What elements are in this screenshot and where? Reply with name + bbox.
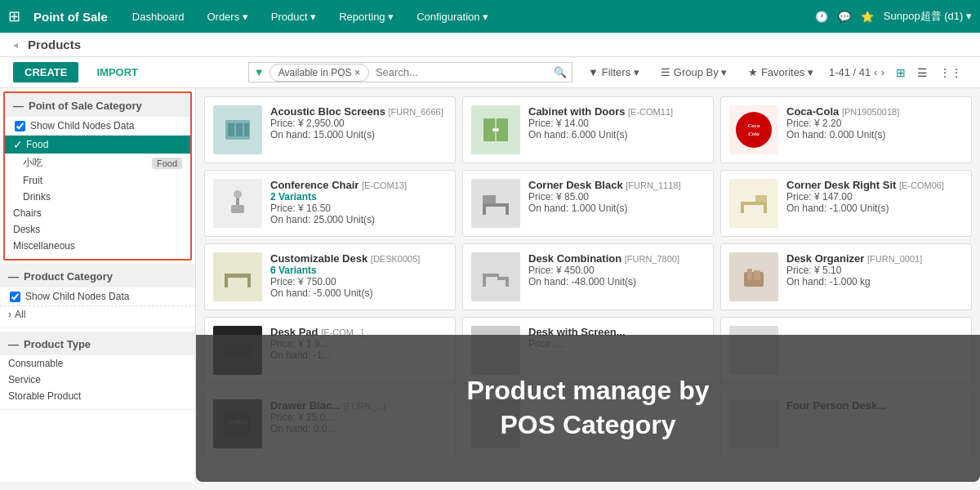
pagination: 1-41 / 41 ‹ ›	[829, 66, 884, 78]
view-icons: ⊞ ☰ ⋮⋮	[891, 63, 967, 82]
svg-rect-18	[741, 202, 767, 205]
product-card-corner-black[interactable]: Corner Desk Black [FURN_1118] Price: ¥ 8…	[462, 170, 714, 237]
grid-view-button[interactable]: ⋮⋮	[934, 63, 967, 82]
main-layout: — Point of Sale Category Show Child Node…	[0, 88, 980, 482]
product-card-corner-right[interactable]: Corner Desk Right Sit [E-COM06] Price: ¥…	[720, 170, 972, 237]
svg-rect-31	[754, 270, 760, 280]
product-category-all[interactable]: › All	[0, 306, 195, 323]
group-by-button[interactable]: ☰ Group By ▾	[652, 62, 737, 82]
pos-item-miscellaneous[interactable]: Miscellaneous	[5, 238, 190, 254]
product-card-customizable[interactable]: Customizable Desk [DESK0005] 6 Variants …	[204, 243, 456, 310]
svg-rect-2	[236, 123, 243, 136]
product-card-acoustic[interactable]: Acoustic Bloc Screens [FURN_6666] Price:…	[204, 96, 456, 163]
svg-rect-23	[225, 278, 228, 287]
action-bar: CREATE IMPORT ▼ Available in POS × 🔍 ▼ F…	[0, 57, 980, 88]
search-icon[interactable]: 🔍	[549, 63, 572, 82]
svg-rect-1	[228, 123, 234, 136]
svg-rect-28	[506, 280, 509, 287]
pos-item-drinks[interactable]: Drinks	[5, 189, 190, 205]
pos-category-header[interactable]: — Point of Sale Category	[5, 93, 190, 117]
product-info-customizable: Customizable Desk [DESK0005] 6 Variants …	[270, 252, 447, 299]
product-show-child-checkbox[interactable]	[10, 292, 20, 302]
product-card-cocacola[interactable]: CocaCola Coca-Cola [PN19050018] Price: ¥…	[720, 96, 972, 163]
product-card-desk-combo[interactable]: Desk Combination [FURN_7800] Price: ¥ 45…	[462, 243, 714, 310]
svg-rect-25	[483, 274, 499, 277]
available-pos-filter-tag[interactable]: Available in POS ×	[270, 64, 369, 82]
svg-rect-21	[755, 195, 767, 202]
pos-item-xiaochi[interactable]: 小吃 Food	[5, 154, 190, 172]
pos-item-food[interactable]: ✓ Food	[5, 136, 190, 154]
product-category-header[interactable]: — Product Category	[0, 264, 195, 287]
svg-rect-3	[244, 123, 249, 136]
svg-rect-17	[483, 195, 496, 203]
product-img-cocacola: CocaCola	[729, 105, 778, 154]
back-arrow[interactable]: ◂	[13, 39, 18, 51]
pos-category-section: — Point of Sale Category Show Child Node…	[3, 91, 192, 261]
pos-item-chairs[interactable]: Chairs	[5, 205, 190, 221]
product-card-desk-organizer[interactable]: Desk Organizer [FURN_0001] Price: ¥ 5.10…	[720, 243, 972, 310]
list-view-button[interactable]: ☰	[912, 63, 933, 82]
favorites-button[interactable]: ★ Favorites ▾	[739, 62, 822, 82]
svg-rect-14	[483, 203, 509, 207]
clock-icon[interactable]: 🕐	[815, 11, 828, 23]
product-info-desk-organizer: Desk Organizer [FURN_0001] Price: ¥ 5.10…	[786, 252, 963, 287]
pos-item-fruit[interactable]: Fruit	[5, 172, 190, 189]
product-type-consumable[interactable]: Consumable	[0, 355, 195, 372]
nav-product[interactable]: Product ▾	[266, 11, 321, 23]
svg-rect-20	[764, 205, 767, 213]
svg-rect-11	[231, 205, 244, 213]
product-info-acoustic: Acoustic Bloc Screens [FURN_6666] Price:…	[270, 105, 447, 140]
next-page-button[interactable]: ›	[881, 66, 884, 78]
product-img-desk-combo	[471, 252, 520, 301]
product-img-acoustic	[213, 105, 262, 154]
product-info-cabinet: Cabinet with Doors [E-COM11] Price: ¥ 14…	[528, 105, 705, 140]
svg-rect-19	[741, 205, 744, 213]
pos-item-desks[interactable]: Desks	[5, 221, 190, 238]
prev-page-button[interactable]: ‹	[874, 66, 877, 78]
pos-category-collapse-icon[interactable]: —	[13, 100, 24, 112]
nav-orders[interactable]: Orders ▾	[202, 11, 252, 23]
filters-button[interactable]: ▼ Filters ▾	[579, 62, 648, 82]
product-card-conference[interactable]: Conference Chair [E-COM13] 2 Variants Pr…	[204, 170, 456, 237]
brand-title: Point of Sale	[33, 10, 108, 24]
product-info-cocacola: Coca-Cola [PN19050018] Price: ¥ 2.20 On …	[786, 105, 963, 140]
nav-configuration[interactable]: Configuration ▾	[412, 11, 493, 23]
product-category-collapse-icon[interactable]: —	[8, 270, 19, 283]
svg-point-8	[736, 112, 772, 148]
chat-icon[interactable]: 💬	[838, 11, 851, 23]
pos-show-child-checkbox[interactable]	[15, 121, 25, 131]
create-button[interactable]: CREATE	[13, 62, 78, 82]
product-img-conference	[213, 179, 262, 228]
product-info-corner-black: Corner Desk Black [FURN_1118] Price: ¥ 8…	[528, 179, 705, 214]
product-img-customizable	[213, 252, 262, 301]
product-card-cabinet[interactable]: Cabinet with Doors [E-COM11] Price: ¥ 14…	[462, 96, 714, 163]
svg-rect-15	[483, 207, 486, 215]
overlay-text: Product manage by POS Category	[467, 374, 710, 442]
nav-reporting[interactable]: Reporting ▾	[334, 11, 399, 23]
groupby-icon: ☰	[661, 66, 670, 78]
product-category-section: — Product Category Show Child Nodes Data…	[0, 264, 195, 328]
product-info-desk-combo: Desk Combination [FURN_7800] Price: ¥ 45…	[528, 252, 705, 287]
filter-icon: ▼	[588, 66, 599, 78]
svg-text:Coca: Coca	[748, 122, 760, 129]
svg-point-7	[496, 128, 499, 131]
app-grid-icon[interactable]: ⊞	[8, 7, 20, 25]
sidebar: — Point of Sale Category Show Child Node…	[0, 88, 196, 482]
svg-text:Cola: Cola	[748, 131, 760, 137]
svg-point-6	[492, 128, 496, 131]
xiaochi-tag: Food	[152, 158, 182, 169]
svg-rect-24	[247, 278, 251, 287]
kanban-view-button[interactable]: ⊞	[891, 63, 911, 82]
product-type-header[interactable]: — Product Type	[0, 332, 195, 355]
nav-dashboard[interactable]: Dashboard	[127, 11, 189, 23]
product-type-collapse-icon[interactable]: —	[8, 338, 19, 350]
star-icon[interactable]: ⭐	[861, 11, 874, 23]
import-button[interactable]: IMPORT	[85, 62, 149, 82]
product-type-service[interactable]: Service	[0, 372, 195, 388]
product-img-desk-organizer	[729, 252, 778, 301]
search-input[interactable]	[369, 63, 549, 82]
svg-rect-26	[497, 277, 509, 280]
user-menu[interactable]: Sunpop超普 (d1) ▾	[884, 9, 972, 24]
product-info-conference: Conference Chair [E-COM13] 2 Variants Pr…	[270, 179, 447, 225]
product-type-storable[interactable]: Storable Product	[0, 388, 195, 404]
